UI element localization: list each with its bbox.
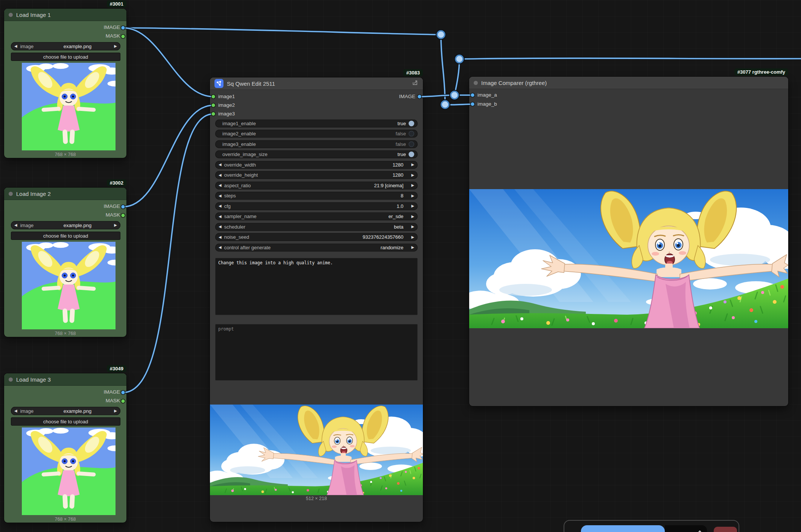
- reroute-dot[interactable]: [455, 55, 464, 64]
- increment-icon[interactable]: ▶: [411, 235, 414, 239]
- toggle-knob[interactable]: [409, 121, 414, 126]
- increment-icon[interactable]: ▶: [114, 409, 117, 413]
- increment-icon[interactable]: ▶: [411, 173, 414, 177]
- widget-steps[interactable]: ◀ steps 8 ▶: [215, 192, 418, 200]
- stop-button[interactable]: [714, 527, 737, 532]
- node-load-image[interactable]: #3001 Load Image 1 IMAGE MASK ◀ image ex…: [4, 9, 126, 158]
- node-header[interactable]: Load Image 1: [4, 9, 126, 21]
- increment-icon[interactable]: ▶: [411, 194, 414, 198]
- decrement-icon[interactable]: ◀: [219, 183, 222, 187]
- reroute-dot[interactable]: [441, 100, 450, 109]
- input-label-image1: image1: [218, 94, 235, 99]
- widget-image3_enable[interactable]: image3_enable false: [215, 140, 418, 148]
- widget-image1_enable[interactable]: image1_enable true: [215, 120, 418, 127]
- increment-icon[interactable]: ▶: [411, 204, 414, 208]
- node-badge: #3083: [403, 69, 423, 76]
- widget-image2_enable[interactable]: image2_enable false: [215, 130, 418, 138]
- loaded-image-thumbnail: [22, 427, 116, 515]
- decrement-icon[interactable]: ◀: [14, 223, 17, 227]
- increment-icon[interactable]: ▶: [114, 44, 117, 48]
- queue-options-section[interactable]: [665, 525, 707, 532]
- decrement-icon[interactable]: ◀: [219, 215, 222, 218]
- widget-label: steps: [224, 193, 236, 199]
- node-header[interactable]: Sq Qwen Edit 2511: [210, 77, 423, 90]
- increment-icon[interactable]: ▶: [411, 183, 414, 187]
- link-load1-image-to-reroute1[interactable]: [123, 28, 441, 35]
- chevron-up-icon[interactable]: [697, 529, 702, 532]
- prompt-textarea-1[interactable]: Change this image into a high quality an…: [215, 258, 418, 315]
- reroute-dot[interactable]: [436, 30, 446, 39]
- collapse-dot[interactable]: [9, 192, 13, 196]
- toggle-knob[interactable]: [409, 131, 414, 136]
- widget-noise_seed[interactable]: ◀ noise_seed 932376224357660 ▶: [215, 233, 418, 241]
- comparison-image[interactable]: [469, 189, 788, 328]
- choose-file-button[interactable]: choose file to upload: [11, 417, 120, 426]
- collapse-dot[interactable]: [9, 377, 13, 382]
- increment-icon[interactable]: ▶: [411, 163, 414, 167]
- decrement-icon[interactable]: ◀: [219, 194, 222, 198]
- increment-icon[interactable]: ▶: [411, 225, 414, 229]
- link-load3-image-to-image3[interactable]: [123, 114, 213, 393]
- widget-label: override_image_size: [222, 152, 268, 157]
- collapse-dot[interactable]: [474, 81, 478, 85]
- increment-icon[interactable]: ▶: [411, 246, 414, 249]
- widget-control-after-generate[interactable]: ◀ control after generate randomize ▶: [215, 244, 418, 252]
- node-title: Sq Qwen Edit 2511: [227, 80, 275, 87]
- expand-icon[interactable]: [412, 79, 418, 88]
- link-reroute2-to-offscreen[interactable]: [459, 58, 801, 59]
- increment-icon[interactable]: ▶: [411, 215, 414, 218]
- decrement-icon[interactable]: ◀: [219, 235, 222, 239]
- link-load2-image-to-image2[interactable]: [123, 105, 213, 207]
- widget-aspect_ratio[interactable]: ◀ aspect_ratio 21:9 [cinema] ▶: [215, 182, 418, 189]
- decrement-icon[interactable]: ◀: [14, 44, 17, 48]
- image-combo-widget[interactable]: ◀ image example.png ▶: [11, 42, 120, 50]
- link-reroute3-to-reroute2[interactable]: [454, 59, 459, 95]
- increment-icon[interactable]: ▶: [114, 223, 117, 227]
- widget-scheduler[interactable]: ◀ scheduler beta ▶: [215, 223, 418, 231]
- image-dimensions: 768 × 768: [4, 152, 126, 157]
- node-image-comparer[interactable]: #3077 rgthree-comfy Image Comparer (rgth…: [469, 77, 788, 406]
- link-load1-image-to-image1[interactable]: [123, 28, 213, 97]
- widget-override_width[interactable]: ◀ override_width 1280 ▶: [215, 161, 418, 169]
- widget-override_height[interactable]: ◀ override_height 1280 ▶: [215, 171, 418, 179]
- decrement-icon[interactable]: ◀: [219, 163, 222, 167]
- node-header[interactable]: Load Image 2: [4, 188, 126, 200]
- widget-value: example.png: [64, 223, 91, 228]
- link-reroute4-to-image-b[interactable]: [445, 104, 473, 105]
- decrement-icon[interactable]: ◀: [219, 173, 222, 177]
- node-header[interactable]: Load Image 3: [4, 373, 126, 386]
- widget-label: image: [20, 408, 33, 414]
- node-badge: #3049: [107, 365, 126, 372]
- node-load-image[interactable]: #3049 Load Image 3 IMAGE MASK ◀ image ex…: [4, 373, 126, 523]
- collapse-dot[interactable]: [9, 13, 13, 17]
- reroute-dot[interactable]: [450, 91, 459, 100]
- decrement-icon[interactable]: ◀: [219, 246, 222, 249]
- node-badge: #3077 rgthree-comfy: [734, 68, 788, 76]
- node-graph-canvas[interactable]: #3083 Sq Qwen Edit 2511 im: [0, 0, 801, 532]
- image-combo-widget[interactable]: ◀ image example.png ▶: [11, 407, 120, 415]
- widget-cfg[interactable]: ◀ cfg 1.0 ▶: [215, 202, 418, 210]
- toggle-knob[interactable]: [409, 141, 414, 147]
- widget-label: control after generate: [224, 245, 271, 250]
- queue-button[interactable]: [581, 525, 665, 532]
- link-reroute1-to-reroute4[interactable]: [441, 35, 445, 105]
- choose-file-button[interactable]: choose file to upload: [11, 232, 120, 240]
- widget-value: true: [398, 152, 406, 157]
- choose-file-button[interactable]: choose file to upload: [11, 53, 120, 61]
- prompt-textarea-2[interactable]: prompt: [215, 324, 418, 380]
- node-header[interactable]: Image Comparer (rgthree): [469, 77, 788, 89]
- link-qwen-image-to-reroute3[interactable]: [419, 95, 454, 97]
- decrement-icon[interactable]: ◀: [219, 204, 222, 208]
- decrement-icon[interactable]: ◀: [219, 225, 222, 229]
- image-combo-widget[interactable]: ◀ image example.png ▶: [11, 221, 120, 229]
- decrement-icon[interactable]: ◀: [14, 409, 17, 413]
- node-sq-qwen-edit[interactable]: #3083 Sq Qwen Edit 2511 im: [210, 77, 423, 522]
- reroute-dots: [436, 30, 464, 109]
- toggle-knob[interactable]: [409, 152, 414, 157]
- widget-value: 8: [401, 193, 403, 199]
- widget-value: randomize: [381, 245, 404, 250]
- widget-value: er_sde: [389, 214, 404, 219]
- widget-sampler_name[interactable]: ◀ sampler_name er_sde ▶: [215, 212, 418, 220]
- node-load-image[interactable]: #3002 Load Image 2 IMAGE MASK ◀ image ex…: [4, 188, 126, 337]
- widget-override_image_size[interactable]: override_image_size true: [215, 150, 418, 158]
